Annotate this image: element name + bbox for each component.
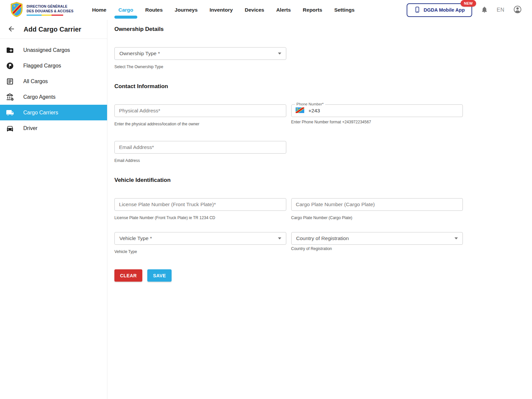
nav-item-alerts[interactable]: Alerts (270, 0, 297, 20)
sidebar-item-label: Flagged Cargos (23, 63, 61, 69)
chevron-down-icon (278, 53, 281, 55)
sidebar-item-label: Driver (23, 125, 38, 131)
ownership-type-helper: Select The Ownership Type (114, 65, 163, 69)
phone-number-field[interactable]: Phone Number* (291, 104, 463, 117)
vehicle-type-select[interactable]: Vehicle Type * (114, 232, 286, 245)
sidebar-menu: Unassigned Cargos Flagged Cargos All Car… (0, 39, 107, 136)
email-helper: Email Address (114, 158, 140, 163)
mobile-app-label: DGDA Mobile App (424, 7, 465, 13)
drc-flag-icon (296, 107, 304, 114)
form-actions: CLEAR SAVE (114, 269, 463, 282)
flag-circle-icon (6, 62, 14, 70)
language-selector[interactable]: EN (497, 7, 504, 13)
notifications-button[interactable] (481, 6, 488, 14)
arrow-left-icon (7, 25, 15, 34)
account-avatar-icon (513, 5, 522, 15)
nav-item-journeys[interactable]: Journeys (169, 0, 203, 20)
org-name-line2: DES DOUANES & ACCISES (27, 9, 73, 13)
cargo-plate-helper: Cargo Plate Number (Cargo Plate) (291, 215, 352, 220)
sidebar-item-label: Cargo Carriers (23, 110, 58, 116)
front-plate-helper: License Plate Number (Front Truck Plate)… (114, 215, 215, 220)
physical-address-helper: Enter the physical address/location of t… (114, 122, 199, 126)
main-content: Cargo Carriers › Add Cargo Carrier Owner… (107, 0, 532, 282)
sidebar-item-label: Unassigned Cargos (23, 47, 70, 53)
sidebar-item-all-cargos[interactable]: All Cargos (0, 73, 107, 89)
cargo-plate-input[interactable] (291, 198, 463, 211)
vehicle-type-label: Vehicle Type * (119, 235, 152, 241)
country-label: Country of Registration (296, 235, 349, 241)
physical-address-input[interactable] (114, 104, 286, 117)
sidebar-item-unassigned-cargos[interactable]: Unassigned Cargos (0, 42, 107, 58)
top-navbar: DIRECTION GÉNÉRALE DES DOUANES & ACCISES… (0, 0, 532, 20)
bank-check-icon (6, 93, 14, 101)
country-helper: Country of Registration (291, 246, 332, 251)
section-title-contact: Contact Information (114, 83, 463, 90)
sidebar-item-label: All Cargos (23, 78, 48, 84)
vehicle-type-helper: Vehicle Type (114, 249, 137, 254)
nav-item-routes[interactable]: Routes (139, 0, 169, 20)
app-logo: DIRECTION GÉNÉRALE DES DOUANES & ACCISES (10, 2, 73, 19)
sidebar-item-cargo-carriers[interactable]: Cargo Carriers (0, 105, 107, 120)
nav-right-cluster: DGDA Mobile App NEW EN (407, 3, 522, 17)
nav-item-reports[interactable]: Reports (297, 0, 329, 20)
phone-number-label: Phone Number* (295, 102, 326, 106)
smartphone-icon (414, 6, 421, 14)
logo-tricolor-bar (27, 15, 63, 16)
org-name-line1: DIRECTION GÉNÉRALE (27, 4, 73, 9)
account-button[interactable] (513, 5, 522, 15)
clear-button[interactable]: CLEAR (114, 269, 142, 282)
add-cargo-carrier-form: Ownership Details Ownership Type * Selec… (114, 26, 463, 282)
dgda-crest-icon (10, 2, 23, 19)
sidebar-item-cargo-agents[interactable]: Cargo Agents (0, 89, 107, 105)
sidebar-header: Add Cargo Carrier (0, 20, 107, 39)
email-input[interactable] (114, 141, 286, 154)
new-badge: NEW (461, 0, 476, 7)
save-button[interactable]: SAVE (147, 269, 172, 282)
nav-item-settings[interactable]: Settings (328, 0, 360, 20)
nav-item-devices[interactable]: Devices (239, 0, 270, 20)
car-icon (6, 124, 14, 132)
ownership-type-label: Ownership Type * (119, 51, 160, 57)
nav-item-home[interactable]: Home (86, 0, 112, 20)
sidebar-item-driver[interactable]: Driver (0, 120, 107, 136)
phone-number-helper: Enter Phone Number format +243972234567 (291, 120, 371, 124)
section-title-vehicle: Vehicle Identification (114, 177, 463, 184)
bell-icon (481, 6, 488, 14)
sidebar-item-flagged-cargos[interactable]: Flagged Cargos (0, 58, 107, 73)
nav-item-inventory[interactable]: Inventory (203, 0, 239, 20)
sidebar-item-label: Cargo Agents (23, 94, 56, 100)
truck-icon (6, 109, 14, 117)
folder-plus-icon (6, 46, 14, 54)
sidebar-title: Add Cargo Carrier (24, 26, 81, 33)
front-plate-input[interactable] (114, 198, 286, 211)
phone-number-input[interactable] (308, 107, 459, 114)
ownership-type-select[interactable]: Ownership Type * (114, 47, 286, 60)
country-select[interactable]: Country of Registration (291, 232, 463, 245)
main-nav: Home Cargo Routes Journeys Inventory Dev… (86, 0, 360, 20)
chevron-down-icon (455, 237, 458, 239)
list-icon (6, 77, 14, 85)
section-title-ownership: Ownership Details (114, 26, 463, 33)
back-button[interactable] (7, 25, 15, 34)
dgda-mobile-app-button[interactable]: DGDA Mobile App NEW (407, 3, 472, 17)
sidebar: Add Cargo Carrier Unassigned Cargos Flag… (0, 20, 107, 399)
nav-item-cargo[interactable]: Cargo (112, 0, 139, 20)
chevron-down-icon (278, 237, 281, 239)
